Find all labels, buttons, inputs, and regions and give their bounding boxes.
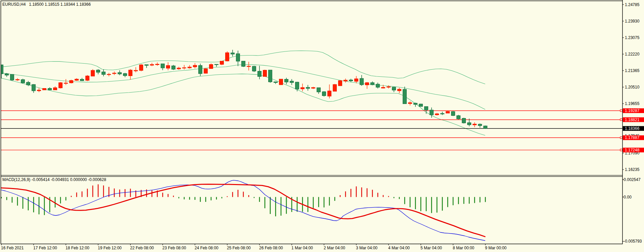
svg-text:1.19655: 1.19655: [625, 101, 640, 106]
svg-text:17 Feb 12:00: 17 Feb 12:00: [33, 246, 57, 250]
svg-text:1.17248: 1.17248: [625, 148, 640, 152]
svg-text:1.22220: 1.22220: [625, 52, 640, 57]
svg-text:0.002547: 0.002547: [624, 177, 641, 182]
svg-text:18 Feb 12:00: 18 Feb 12:00: [66, 246, 89, 250]
svg-text:3 Mar 04:00: 3 Mar 04:00: [356, 246, 377, 250]
svg-text:1.18821: 1.18821: [625, 117, 640, 122]
svg-text:1.18366: 1.18366: [625, 126, 640, 131]
svg-text:1.20510: 1.20510: [625, 85, 640, 89]
svg-text:22 Feb 08:00: 22 Feb 08:00: [130, 246, 154, 250]
svg-text:16 Feb 2021: 16 Feb 2021: [1, 246, 24, 250]
svg-text:1.19287: 1.19287: [625, 108, 640, 113]
svg-text:23 Feb 08:00: 23 Feb 08:00: [162, 246, 186, 250]
svg-text:1.24785: 1.24785: [625, 2, 640, 7]
svg-text:0.00: 0.00: [624, 195, 632, 200]
svg-text:9 Mar 00:00: 9 Mar 00:00: [485, 246, 507, 250]
svg-text:-0.005793: -0.005793: [624, 239, 642, 244]
svg-text:1.23930: 1.23930: [625, 19, 640, 24]
svg-text:EURUSD,H4 1.18500 1.18515 1.: EURUSD,H4 1.18500 1.18515 1.18344 1.1836…: [2, 2, 91, 7]
svg-text:25 Feb 08:00: 25 Feb 08:00: [227, 246, 251, 250]
svg-text:1.21365: 1.21365: [625, 68, 640, 73]
svg-text:26 Feb 08:00: 26 Feb 08:00: [259, 246, 283, 250]
svg-text:4 Mar 04:00: 4 Mar 04:00: [388, 246, 410, 250]
svg-text:19 Feb 12:00: 19 Feb 12:00: [98, 246, 122, 250]
svg-text:1.16235: 1.16235: [625, 167, 640, 172]
svg-text:1.17887: 1.17887: [625, 135, 640, 140]
svg-text:MACD(12,26,9) -0.005414 -0.004: MACD(12,26,9) -0.005414 -0.004931 0.0000…: [2, 177, 106, 182]
svg-text:2 Mar 04:00: 2 Mar 04:00: [324, 246, 345, 250]
svg-text:8 Mar 00:00: 8 Mar 00:00: [453, 246, 474, 250]
svg-text:1 Mar 04:00: 1 Mar 04:00: [291, 246, 313, 250]
svg-text:1.23075: 1.23075: [625, 35, 640, 40]
svg-text:5 Mar 04:00: 5 Mar 04:00: [420, 246, 442, 250]
svg-text:24 Feb 08:00: 24 Feb 08:00: [195, 246, 218, 250]
